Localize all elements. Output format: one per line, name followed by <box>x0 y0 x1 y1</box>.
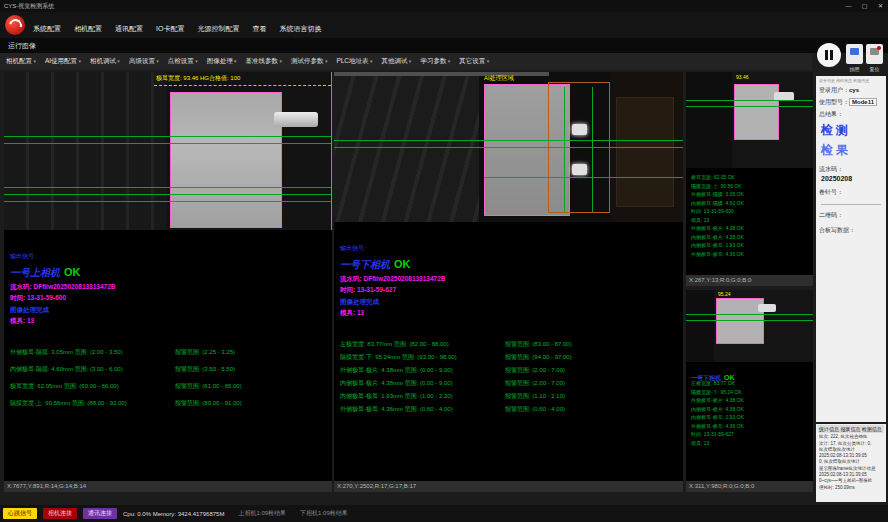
preview-result-lines: 左极宽度: 83.77 OK 隔膜宽度-下: 95.24 OK 外侧极耳-极片:… <box>686 374 813 448</box>
preview-image-upper[interactable]: 93.46 <box>686 72 813 168</box>
machine-background <box>686 72 732 168</box>
result-word-primary: 检测 <box>821 122 883 139</box>
measurement-row: 外侧极耳-极耳: 4.36mm 范围: (0.60 - 4.00)报警范围: (… <box>340 405 683 418</box>
batch-label: 流水码： <box>819 166 843 172</box>
model-row: 使用型号：Mode11 <box>819 98 883 107</box>
camera-image-lower[interactable]: AI处理区域 <box>334 72 683 222</box>
toolbar-camera-config[interactable]: 相机配置 <box>6 57 36 66</box>
overlay-measure-line-vertical <box>592 87 593 212</box>
toolbar-baseline-params[interactable]: 基准线参数 <box>246 57 282 66</box>
overlay-measure-line <box>484 177 683 178</box>
preview-line: 隔膜宽度-下: 95.24 OK <box>691 389 813 398</box>
preview-line: 隔膜宽度-上: 90.56 OK <box>691 183 813 192</box>
preview-line: 极耳宽度: 62.05 OK <box>691 174 813 183</box>
device-info: 设备信息 相机状态 检测信息 <box>819 78 883 83</box>
alarm-range: 报警范围: (3.50 - 5.50) <box>175 365 235 382</box>
toolbar-misc-settings[interactable]: 其它设置 <box>459 57 489 66</box>
login-user-row: 登录用户：cys <box>819 86 883 95</box>
menu-item-system-config[interactable]: 系统配置 <box>33 24 61 34</box>
right-panel: 拍照 复位 设备信息 相机状态 检测信息 登录用户：cys 使用型号：Mode1… <box>816 40 886 502</box>
snapshot-button[interactable] <box>846 44 863 64</box>
overlay-measure-text: 95.24 <box>718 291 731 297</box>
overlay-measure-line <box>686 106 813 107</box>
output-signal-label: 输出信号: <box>10 252 332 261</box>
alarm-range: 报警范围: (2.25 - 3.25) <box>175 348 235 365</box>
alarm-range: 报警范围: (1.10 - 2.10) <box>505 392 565 405</box>
preview-line: 内侧极耳-隔膜: 4.60 OK <box>691 200 813 209</box>
preview-image-lower[interactable]: 95.24 <box>686 290 813 362</box>
toolbar-advanced-settings[interactable]: 高级设置 <box>129 57 159 66</box>
menu-item-light-config[interactable]: 光源控制配置 <box>197 24 239 34</box>
overlay-measure-line <box>686 314 813 315</box>
timestamp: 时间: 13-31-59-627 <box>340 286 683 295</box>
preview-line: 模具: 13 <box>691 440 813 449</box>
measurement-row: 内侧极耳-极耳: 1.93mm 范围: (1.00 - 2.20)报警范围: (… <box>340 392 683 405</box>
overlay-measure-text: 93.46 <box>736 74 749 80</box>
model-value[interactable]: Mode11 <box>849 98 877 106</box>
result-word-secondary: 检果 <box>821 142 883 159</box>
reflection-spot <box>572 124 587 135</box>
close-button[interactable]: ✕ <box>876 0 885 12</box>
toolbar-other-debug[interactable]: 其他调试 <box>381 57 411 66</box>
measurement-row: 内侧极耳-隔膜: 4.60mm 范围: (3.00 - 6.00)报警范围: (… <box>10 365 332 382</box>
camera-view-lower: AI处理区域 输出信号: 一号下相机OK 流水码: DFfiiw20250208… <box>334 72 683 492</box>
result-text-upper: 输出信号: 一号上相机OK 流水码: DFfiiw202502081331347… <box>4 230 332 481</box>
preview-line: 内侧极耳-极耳: 1.93 OK <box>691 414 813 423</box>
overlay-measure-line <box>4 136 331 137</box>
qr-row: 二维码： <box>819 211 883 220</box>
statistics-tabs[interactable]: 统计信息 报废信息 检测信息 <box>818 425 884 433</box>
cpu-memory-readout: Cpu: 0.0% Memory: 3424.41796875M <box>123 511 224 517</box>
pause-button[interactable] <box>817 43 841 67</box>
app-logo-icon <box>5 15 25 35</box>
toolbar-spot-check[interactable]: 点检设置 <box>168 57 198 66</box>
status-bar: 心跳信号 相机连接 通讯连接 Cpu: 0.0% Memory: 3424.41… <box>0 505 888 522</box>
spool-input[interactable] <box>821 197 881 205</box>
login-user-value: cys <box>849 87 859 93</box>
measurement-row: 隔膜宽度-上: 90.56mm 范围: (88.00 - 92.00)报警范围:… <box>10 399 332 416</box>
toolbar-test-params[interactable]: 测试停参数 <box>291 57 327 66</box>
preview-line: 内侧极耳-极片: 4.38 OK <box>691 234 813 243</box>
alarm-range: 报警范围: (2.00 - 7.00) <box>505 379 565 392</box>
tab-run-image[interactable]: 运行图像 <box>8 42 36 49</box>
toolbar-image-process[interactable]: 图像处理 <box>207 57 237 66</box>
process-done-label: 图像处理完成 <box>10 306 332 315</box>
camera-image-upper[interactable]: 极耳宽度: 93.46 HG合格值: 100 <box>4 72 332 230</box>
reset-button[interactable] <box>866 44 883 64</box>
alarm-icon <box>870 48 879 55</box>
measure-value: 内侧极耳-隔膜: 4.60mm 范围: (3.00 - 6.00) <box>10 365 175 382</box>
alarm-range: 报警范围: (2.00 - 7.00) <box>505 366 565 379</box>
menu-item-io-config[interactable]: IO卡配置 <box>156 24 184 34</box>
measurement-row: 隔膜宽度-下: 95.24mm 范围: (93.00 - 98.00)报警范围:… <box>340 353 683 366</box>
board-row: 合板写数据： <box>819 226 883 235</box>
toolbar-learning-params[interactable]: 学习参数 <box>420 57 450 66</box>
preview-panel-lower: 95.24 一号下相机OK 左极宽度: 83.77 OK 隔膜宽度-下: 95.… <box>686 290 813 492</box>
part-electrode <box>734 84 779 140</box>
overlay-measure-line <box>4 143 331 144</box>
minimize-button[interactable]: — <box>844 0 853 12</box>
measure-value: 外侧极耳-极耳: 4.36mm 范围: (0.60 - 4.00) <box>340 405 505 418</box>
menu-item-comm-config[interactable]: 通讯配置 <box>115 24 143 34</box>
overlay-measure-line <box>4 187 331 188</box>
menu-bar: 系统配置 相机配置 通讯配置 IO卡配置 光源控制配置 查看 系统语言切换 <box>0 12 888 38</box>
toolbar-ai-config[interactable]: AI使用配置 <box>45 57 81 66</box>
total-result-label: 总结果： <box>819 111 843 117</box>
toolbar-camera-debug[interactable]: 相机调试 <box>90 57 120 66</box>
menu-item-language[interactable]: 系统语言切换 <box>279 24 321 34</box>
reflection-spot <box>572 164 587 175</box>
serial-number: 流水码: DFfiiw2025020813313472B <box>340 275 683 284</box>
qr-label: 二维码： <box>819 212 843 218</box>
board-write-label: 合板写数据： <box>819 227 855 233</box>
machine-background <box>686 290 714 362</box>
menu-item-view[interactable]: 查看 <box>252 24 266 34</box>
login-user-label: 登录用户： <box>819 87 849 93</box>
camera-view-upper: 极耳宽度: 93.46 HG合格值: 100 输出信号: 一号上相机OK 流水码… <box>4 72 332 492</box>
reset-label: 复位 <box>866 66 883 72</box>
maximize-button[interactable]: ▢ <box>860 0 869 12</box>
toolbar-plc-address[interactable]: PLC地址表 <box>336 57 372 66</box>
timestamp: 时间: 13-31-59-600 <box>10 294 332 303</box>
menu-item-camera-config[interactable]: 相机配置 <box>74 24 102 34</box>
preview-line: 外侧极耳-隔膜: 3.05 OK <box>691 191 813 200</box>
preview-line: 外侧极耳-极耳: 4.36 OK <box>691 423 813 432</box>
spool-label: 卷针号： <box>819 189 843 195</box>
overlay-measure-line <box>334 140 683 141</box>
